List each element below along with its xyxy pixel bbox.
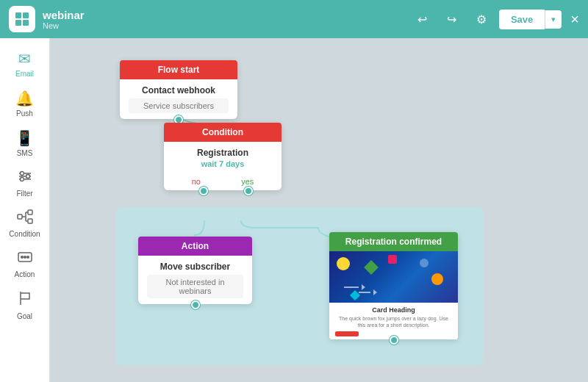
- settings-button[interactable]: ⚙: [470, 7, 493, 31]
- condition-branch-labels: no yes: [164, 177, 282, 190]
- reg-confirmed-header: Registration confirmed: [329, 232, 458, 251]
- close-button[interactable]: ×: [570, 12, 579, 26]
- header: webinar New ↩ ↪ ⚙ Save ▾ ×: [0, 0, 588, 38]
- svg-rect-13: [18, 215, 22, 219]
- svg-point-6: [20, 178, 24, 181]
- email-preview: Card Heading The quick brown fox jumps o…: [329, 251, 458, 339]
- main-layout: ✉ Email 🔔 Push 📱 SMS: [0, 38, 588, 382]
- action-subtitle: Not interested in webinars: [147, 275, 243, 298]
- card-button: [335, 331, 359, 336]
- flow-start-body: Contact webhook Service subscribers: [120, 79, 237, 119]
- action-header: Action: [138, 237, 252, 256]
- wait-label: wait: [201, 159, 217, 168]
- svg-point-4: [20, 172, 24, 176]
- svg-point-24: [26, 256, 29, 259]
- filter-icon: [18, 169, 32, 187]
- goal-icon: [18, 290, 32, 310]
- condition-wait: wait 7 days: [173, 159, 273, 171]
- save-dropdown-button[interactable]: ▾: [545, 10, 562, 29]
- svg-rect-14: [28, 210, 32, 215]
- svg-rect-0: [15, 12, 21, 18]
- svg-point-5: [26, 175, 29, 179]
- sidebar-item-filter[interactable]: Filter: [3, 163, 47, 202]
- condition-node[interactable]: Condition Registration wait 7 days no ye…: [164, 123, 282, 190]
- sidebar-item-email[interactable]: ✉ Email: [3, 44, 47, 82]
- condition-header: Condition: [164, 123, 282, 142]
- condition-title: Registration: [173, 148, 273, 158]
- card-body: The quick brown fox jumps over a lazy do…: [335, 315, 452, 328]
- save-button[interactable]: Save: [499, 10, 545, 29]
- sidebar-label-email: Email: [15, 70, 34, 78]
- condition-connector-yes: [244, 187, 253, 195]
- svg-rect-3: [23, 20, 29, 26]
- wait-value: 7: [219, 159, 223, 168]
- flow-start-header: Flow start: [120, 60, 237, 79]
- condition-body: Registration wait 7 days: [164, 142, 282, 177]
- svg-point-23: [24, 256, 26, 259]
- condition-no-label: no: [192, 177, 201, 186]
- undo-button[interactable]: ↩: [411, 7, 434, 31]
- condition-connector-no: [199, 187, 208, 195]
- app-name: webinar: [43, 9, 85, 21]
- reg-confirmed-connector-bottom: [390, 336, 398, 345]
- condition-icon: [17, 209, 33, 228]
- sidebar-label-filter: Filter: [16, 190, 32, 198]
- svg-rect-15: [28, 219, 32, 223]
- canvas[interactable]: Flow start Contact webhook Service subsc…: [50, 38, 588, 382]
- push-icon: 🔔: [15, 90, 34, 107]
- action-node[interactable]: Action Move subscriber Not interested in…: [138, 237, 252, 304]
- email-icon: ✉: [18, 50, 31, 68]
- flow-start-title: Contact webhook: [129, 85, 229, 96]
- sidebar-label-action: Action: [15, 270, 35, 278]
- sidebar-item-action[interactable]: Action: [3, 244, 47, 283]
- action-icon: [17, 250, 33, 268]
- condition-yes-label: yes: [241, 177, 254, 186]
- redo-button[interactable]: ↪: [440, 7, 464, 31]
- action-connector-bottom: [191, 300, 200, 309]
- sidebar-item-sms[interactable]: 📱 SMS: [3, 123, 47, 162]
- card-heading: Card Heading: [335, 306, 452, 314]
- wait-unit: days: [226, 159, 244, 168]
- sidebar-item-condition[interactable]: Condition: [3, 203, 47, 242]
- svg-point-22: [21, 256, 24, 259]
- sidebar-item-goal[interactable]: Goal: [3, 284, 47, 325]
- action-body: Move subscriber Not interested in webina…: [138, 256, 252, 304]
- app-title: webinar New: [43, 9, 85, 30]
- app-status: New: [43, 21, 85, 30]
- sidebar: ✉ Email 🔔 Push 📱 SMS: [0, 38, 50, 382]
- sms-icon: 📱: [15, 129, 34, 147]
- reg-confirmed-node[interactable]: Registration confirmed: [329, 232, 458, 339]
- app-logo: [9, 6, 35, 32]
- sidebar-label-condition: Condition: [9, 230, 40, 238]
- sidebar-label-push: Push: [16, 109, 33, 118]
- sidebar-item-push[interactable]: 🔔 Push: [3, 84, 47, 122]
- save-button-group: Save ▾: [499, 10, 562, 29]
- header-actions: ↩ ↪ ⚙ Save ▾ ×: [411, 7, 579, 31]
- sidebar-label-sms: SMS: [17, 149, 33, 157]
- action-title: Move subscriber: [147, 262, 243, 272]
- svg-rect-2: [15, 20, 21, 26]
- flow-start-node[interactable]: Flow start Contact webhook Service subsc…: [120, 60, 237, 119]
- flow-start-subtitle: Service subscribers: [129, 98, 229, 113]
- sidebar-label-goal: Goal: [17, 312, 32, 320]
- svg-rect-1: [23, 12, 29, 18]
